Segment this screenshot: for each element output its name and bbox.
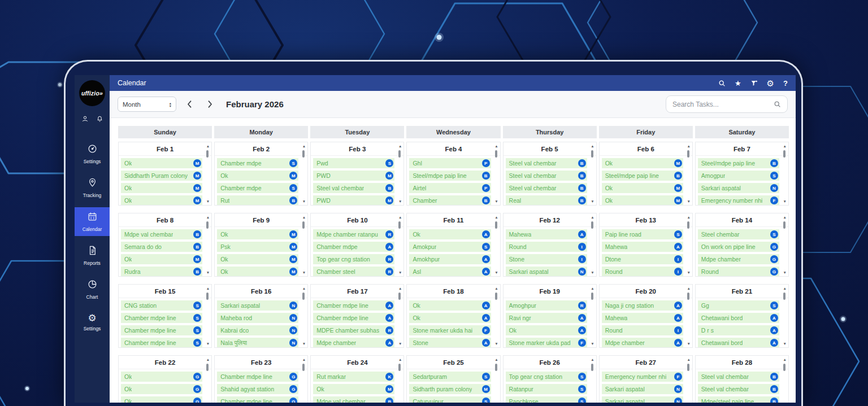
task-item[interactable]: Steel/mdpe paip lineB [409, 171, 491, 181]
scroll-down-icon[interactable]: ▼ [302, 342, 306, 346]
task-item[interactable]: Top gear cng stationR [313, 254, 394, 264]
task-item[interactable]: Sarkari aspatalN [217, 300, 298, 311]
day-cell[interactable]: Feb 1OkMSiddharth Puram colonyMOkMOkM▲▼ [118, 142, 212, 206]
scroll-up-icon[interactable]: ▲ [687, 287, 690, 291]
task-item[interactable]: AmoghpurR [506, 300, 587, 311]
task-item[interactable]: SedartpuramS [409, 372, 491, 382]
task-item[interactable]: RoundI [602, 267, 683, 277]
task-item[interactable]: Chamber mdpe lineA [313, 300, 394, 311]
task-item[interactable]: PWDM [313, 171, 394, 181]
task-item[interactable]: Chamber mdpe lineS [121, 313, 202, 323]
task-item[interactable]: StoneI [506, 254, 587, 264]
task-item[interactable]: ChamberB [409, 195, 491, 206]
gear-icon[interactable]: ⚙ [767, 79, 774, 88]
day-cell[interactable]: Feb 28Steel val chembarBSteel val chemba… [695, 355, 789, 403]
task-item[interactable]: Chamber mdpeA [313, 242, 394, 252]
scroll-up-icon[interactable]: ▲ [206, 287, 210, 291]
task-item[interactable]: Ravi ngrA [506, 313, 587, 323]
task-item[interactable]: PanchkoseS [506, 396, 587, 403]
search-icon[interactable] [718, 80, 726, 87]
scrollbar-thumb[interactable] [687, 293, 689, 300]
scroll-down-icon[interactable]: ▼ [206, 342, 210, 346]
task-item[interactable]: Chamber mdpe lineS [121, 338, 202, 348]
star-icon[interactable]: ★ [735, 80, 741, 87]
scrollbar-thumb[interactable] [591, 364, 593, 371]
scroll-up-icon[interactable]: ▲ [302, 145, 306, 149]
task-item[interactable]: OkM [602, 195, 683, 206]
scrollbar-thumb[interactable] [302, 364, 305, 371]
task-item[interactable]: Steel/mdpe paip lineB [602, 171, 683, 181]
task-item[interactable]: GhlP [409, 158, 491, 168]
scroll-up-icon[interactable]: ▲ [591, 287, 594, 291]
day-cell[interactable]: Feb 7Steel/mdpe paip lineBAmogpurSSarkar… [695, 142, 789, 206]
scroll-up-icon[interactable]: ▲ [783, 216, 787, 220]
task-item[interactable]: Mdpe chamberA [313, 338, 394, 348]
task-item[interactable]: Emergency number nhiF [698, 195, 779, 206]
task-item[interactable]: Chamber mdpeS [217, 183, 298, 193]
day-cell[interactable]: Feb 20Naga ji cng stationAMahewaARoundIM… [599, 284, 693, 348]
task-item[interactable]: RoundG [698, 267, 779, 277]
scroll-down-icon[interactable]: ▼ [591, 342, 594, 346]
scroll-down-icon[interactable]: ▼ [302, 200, 306, 204]
task-item[interactable]: StoneA [409, 338, 491, 348]
task-item[interactable]: RoundI [602, 325, 683, 335]
scrollbar-thumb[interactable] [398, 364, 401, 371]
task-item[interactable]: Sarkari aspatalN [602, 384, 683, 394]
task-item[interactable]: OkG [121, 384, 202, 394]
day-cell[interactable]: Feb 24Rut markarKOkMMdpe val chembarB▲▼ [310, 355, 404, 403]
day-cell[interactable]: Feb 18OkAOkAStone marker ukda haiFStoneA… [406, 284, 500, 348]
scrollbar-thumb[interactable] [302, 293, 305, 300]
task-item[interactable]: Chamber mdpe lineS [121, 325, 202, 335]
task-item[interactable]: OkM [602, 158, 683, 168]
scrollbar-thumb[interactable] [398, 221, 401, 229]
task-item[interactable]: Sarkari aspatalN [698, 183, 779, 193]
task-item[interactable]: RutB [217, 195, 298, 206]
task-item[interactable]: PskM [217, 242, 298, 252]
task-item[interactable]: Chamber mdpe lineG [217, 372, 298, 382]
task-item[interactable]: Chamber mdpeS [217, 158, 298, 168]
task-item[interactable]: OkM [217, 254, 298, 264]
task-item[interactable]: OkA [506, 325, 587, 335]
view-mode-select[interactable]: Month ▴▾ [118, 97, 176, 112]
scroll-down-icon[interactable]: ▼ [783, 200, 787, 204]
day-cell[interactable]: Feb 21GgSChetawani bordAD r sAChetawani … [695, 284, 789, 348]
task-item[interactable]: Nala पुलियाN [217, 338, 298, 348]
day-cell[interactable]: Feb 2Chamber mdpeSOkMChamber mdpeSRutB▲▼ [214, 142, 308, 206]
task-item[interactable]: RudraB [121, 267, 202, 277]
search-icon[interactable] [774, 101, 781, 108]
day-cell[interactable]: Feb 4GhlPSteel/mdpe paip lineBAirtelPCha… [406, 142, 500, 206]
task-item[interactable]: Stone marker ukda haiF [409, 325, 491, 335]
task-item[interactable]: D r sA [698, 325, 779, 335]
task-item[interactable]: Mdpe chamber ratanpuR [313, 229, 394, 239]
day-cell[interactable]: Feb 12MahewaARoundIStoneISarkari aspatal… [503, 213, 597, 277]
day-cell[interactable]: Feb 13Paip line roadSMahewaADtoneIRoundI… [599, 213, 693, 277]
task-item[interactable]: OkM [217, 171, 298, 181]
task-item[interactable]: PwdS [313, 158, 394, 168]
task-item[interactable]: Steel val chembarB [698, 384, 779, 394]
task-item[interactable]: AirtelP [409, 183, 491, 193]
task-item[interactable]: Maheba rodN [217, 313, 298, 323]
scroll-up-icon[interactable]: ▲ [591, 358, 594, 362]
scroll-down-icon[interactable]: ▼ [494, 342, 498, 346]
task-item[interactable]: Steel val chembarB [698, 372, 779, 382]
scrollbar-thumb[interactable] [783, 221, 785, 229]
sidebar-item-settings-dashboard[interactable]: Settings [75, 139, 110, 168]
task-item[interactable]: Mdpe chamberG [698, 254, 779, 264]
sidebar-item-settings[interactable]: ⚙ Settings [75, 309, 110, 335]
task-item[interactable]: Chamber steelR [313, 267, 394, 277]
scroll-down-icon[interactable]: ▼ [687, 200, 690, 204]
task-item[interactable]: Rut markarK [313, 372, 394, 382]
task-item[interactable]: OkM [121, 158, 202, 168]
scrollbar-thumb[interactable] [206, 221, 209, 229]
task-item[interactable]: AmokpurS [409, 242, 491, 252]
scrollbar-thumb[interactable] [206, 293, 209, 300]
scrollbar-thumb[interactable] [783, 150, 785, 158]
task-item[interactable]: MahewaA [602, 242, 683, 252]
task-item[interactable]: Semara do doB [121, 242, 202, 252]
task-item[interactable]: Steel val chembarB [313, 183, 394, 193]
task-item[interactable]: AmokhpurA [409, 254, 491, 264]
task-item[interactable]: AslA [409, 267, 491, 277]
scroll-up-icon[interactable]: ▲ [494, 216, 498, 220]
task-item[interactable]: Chamber mdpe lineA [313, 313, 394, 323]
task-item[interactable]: Top gear cng stationS [506, 372, 587, 382]
